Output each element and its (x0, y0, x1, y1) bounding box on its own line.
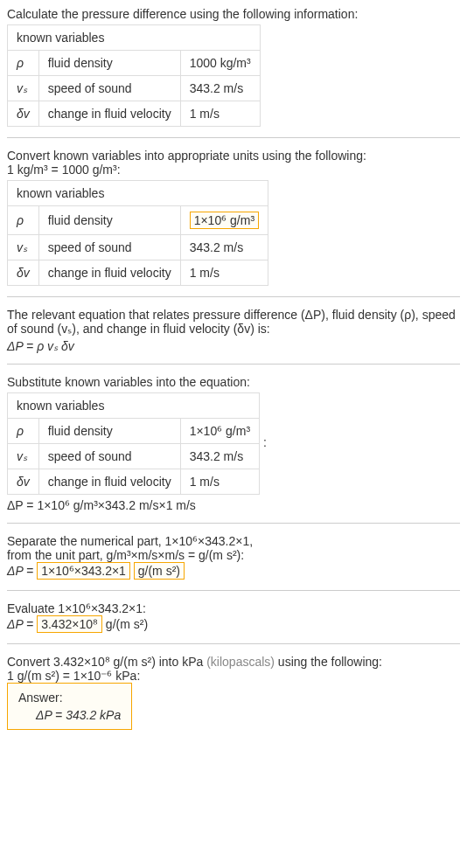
symbol-cell: δv (8, 101, 39, 127)
desc-cell: change in fluid velocity (38, 260, 180, 286)
step7-intro: Convert 3.432×10⁸ g/(m s²) into kPa (kil… (7, 655, 460, 669)
step1-intro: Calculate the pressure difference using … (7, 7, 460, 21)
symbol-cell: ρ (8, 206, 39, 235)
eq-prefix: ΔP = (7, 564, 37, 578)
value-cell: 1×10⁶ g/m³ (180, 419, 259, 444)
value-cell: 343.2 m/s (180, 444, 259, 469)
eq-highlight: 3.432×10⁸ (37, 615, 102, 633)
table-header: known variables (8, 393, 260, 419)
divider (7, 523, 460, 524)
value-cell: 1 m/s (180, 260, 268, 286)
value-cell: 343.2 m/s (180, 235, 268, 260)
answer-label: Answer: (18, 691, 121, 705)
table-row: δv change in fluid velocity 1 m/s (8, 101, 261, 127)
step7-intro-gray: (kilopascals) (206, 655, 275, 669)
step2-table: known variables ρ fluid density 1×10⁶ g/… (7, 180, 268, 286)
step2-intro: Convert known variables into appropriate… (7, 149, 460, 163)
desc-cell: fluid density (38, 419, 180, 444)
table-header: known variables (8, 181, 268, 206)
value-cell: 1000 kg/m³ (180, 51, 260, 76)
divider (7, 643, 460, 644)
divider (7, 590, 460, 591)
step6-equation: ΔP = 3.432×10⁸ g/(m s²) (7, 615, 460, 633)
step3-equation: ΔP = ρ vₛ δv (7, 339, 460, 353)
symbol-cell: ρ (8, 419, 39, 444)
step2-conversion: 1 kg/m³ = 1000 g/m³: (7, 163, 460, 177)
divider (7, 364, 460, 365)
symbol-cell: vₛ (8, 444, 39, 469)
step7-intro2: using the following: (275, 655, 382, 669)
desc-cell: speed of sound (38, 235, 180, 260)
table-row: ρ fluid density 1×10⁶ g/m³ (8, 206, 268, 235)
step5-intro2: from the unit part, g/m³×m/s×m/s = g/(m … (7, 548, 460, 562)
step4-equation: ΔP = 1×10⁶ g/m³×343.2 m/s×1 m/s (7, 498, 460, 512)
table-row: vₛ speed of sound 343.2 m/s (8, 76, 261, 101)
step4-table: known variables ρ fluid density 1×10⁶ g/… (7, 392, 260, 495)
table-header: known variables (8, 25, 261, 51)
colon: : (263, 435, 267, 449)
eq-prefix: ΔP = (7, 617, 37, 631)
eq-highlight: 1×10⁶×343.2×1 (37, 562, 130, 580)
step7-intro1: Convert 3.432×10⁸ g/(m s²) into kPa (7, 655, 206, 669)
step5-intro1: Separate the numerical part, 1×10⁶×343.2… (7, 534, 460, 548)
desc-cell: change in fluid velocity (38, 101, 180, 127)
desc-cell: change in fluid velocity (38, 469, 180, 495)
symbol-cell: ρ (8, 51, 39, 76)
step1-table: known variables ρ fluid density 1000 kg/… (7, 24, 261, 127)
symbol-cell: δv (8, 469, 39, 495)
step3-intro: The relevant equation that relates press… (7, 308, 460, 336)
symbol-cell: δv (8, 260, 39, 286)
answer-value: ΔP = 343.2 kPa (18, 708, 121, 722)
value-cell: 1 m/s (180, 101, 260, 127)
divider (7, 137, 460, 138)
value-cell: 1 m/s (180, 469, 259, 495)
divider (7, 296, 460, 297)
table-row: ρ fluid density 1000 kg/m³ (8, 51, 261, 76)
eq-unit-highlight: g/(m s²) (134, 562, 185, 580)
table-row: vₛ speed of sound 343.2 m/s (8, 444, 260, 469)
symbol-cell: vₛ (8, 76, 39, 101)
desc-cell: speed of sound (38, 444, 180, 469)
eq-suffix: g/(m s²) (102, 617, 148, 631)
desc-cell: fluid density (38, 51, 180, 76)
value-cell: 1×10⁶ g/m³ (180, 206, 268, 235)
desc-cell: fluid density (38, 206, 180, 235)
step7-conversion: 1 g/(m s²) = 1×10⁻⁶ kPa: (7, 669, 460, 683)
table-row: vₛ speed of sound 343.2 m/s (8, 235, 268, 260)
highlighted-value: 1×10⁶ g/m³ (190, 212, 259, 229)
table-row: δv change in fluid velocity 1 m/s (8, 469, 260, 495)
step6-intro: Evaluate 1×10⁶×343.2×1: (7, 601, 460, 615)
table-row: δv change in fluid velocity 1 m/s (8, 260, 268, 286)
step4-intro: Substitute known variables into the equa… (7, 375, 460, 389)
symbol-cell: vₛ (8, 235, 39, 260)
desc-cell: speed of sound (38, 76, 180, 101)
answer-eq: ΔP = 343.2 kPa (36, 708, 121, 722)
step5-equation: ΔP = 1×10⁶×343.2×1 g/(m s²) (7, 562, 460, 580)
answer-box: Answer: ΔP = 343.2 kPa (7, 683, 132, 730)
table-row: ρ fluid density 1×10⁶ g/m³ (8, 419, 260, 444)
value-cell: 343.2 m/s (180, 76, 260, 101)
